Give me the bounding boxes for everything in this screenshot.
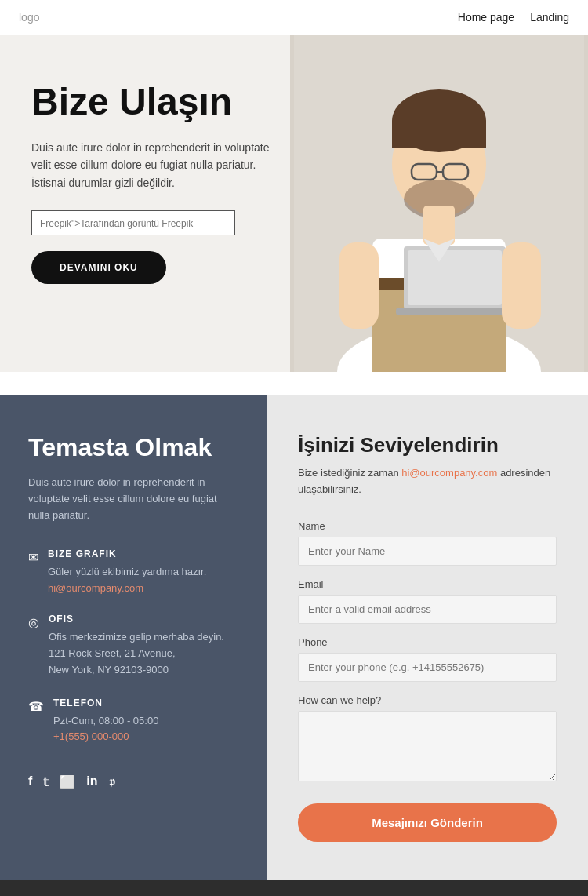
logo: logo [19,11,39,24]
contact-grafik-title: BIZE GRAFIK [48,548,206,559]
footer: Пример текста. Кликните, чтобы выбрать э… [0,880,588,896]
svg-rect-17 [423,206,455,245]
svg-rect-15 [339,242,379,329]
contact-phone-link[interactable]: +1(555) 000-000 [53,730,129,742]
contact-left-panel: Temasta Olmak Duis aute irure dolor in r… [0,395,267,880]
phone-icon: ☎ [28,699,44,714]
nav-links: Home page Landing [458,11,569,24]
hero-content: Bize Ulaşın Duis aute irure dolor in rep… [0,35,314,331]
contact-left-title: Temasta Olmak [28,433,238,462]
nav-landing[interactable]: Landing [530,11,569,24]
hero-description: Duis aute irure dolor in reprehenderit i… [31,139,282,191]
svg-rect-7 [392,121,486,148]
contact-right-form-panel: İşinizi Seviyelendirin Bize istediğiniz … [267,395,588,880]
contact-item-email: ✉ BIZE GRAFIK Güler yüzlü ekibimiz yardı… [28,548,238,595]
hero-section: Bize Ulaşın Duis aute irure dolor in rep… [0,35,588,372]
contact-item-office: ◎ OFIS Ofis merkezimize gelip merhaba de… [28,614,238,678]
location-icon: ◎ [28,615,39,630]
svg-rect-16 [502,242,541,329]
hero-input-wrap[interactable] [31,210,235,235]
form-title: İşinizi Seviyelendirin [298,433,557,457]
pinterest-icon[interactable]: 𝖕 [109,774,115,789]
name-label: Name [298,520,557,532]
form-subtitle-link[interactable]: hi@ourcompany.com [401,467,497,479]
facebook-icon[interactable]: f [28,774,32,789]
svg-rect-14 [396,308,514,315]
email-icon: ✉ [28,550,38,565]
contact-phone-title: TELEFON [53,697,158,708]
contact-left-desc: Duis aute irure dolor in reprehenderit i… [28,475,238,523]
message-textarea[interactable] [298,711,557,781]
contact-phone-hours: Pzt-Cum, 08:00 - 05:00 [53,713,158,730]
phone-input[interactable] [298,653,557,682]
contact-section: Temasta Olmak Duis aute irure dolor in r… [0,395,588,880]
contact-office-title: OFIS [49,614,224,625]
hero-cta-button[interactable]: DEVAMINI OKU [31,251,166,284]
form-subtitle: Bize istediğiniz zaman hi@ourcompany.com… [298,465,557,498]
linkedin-icon[interactable]: in [86,774,97,789]
contact-form: Name Email Phone How can we help? Mesajı… [298,520,557,842]
nav-home[interactable]: Home page [458,11,514,24]
submit-button[interactable]: Mesajınızı Gönderin [298,803,557,842]
hero-input[interactable] [40,218,227,229]
message-label: How can we help? [298,694,557,706]
form-subtitle-text: Bize istediğiniz zaman [298,467,401,479]
hero-person-image [290,35,588,372]
contact-item-phone: ☎ TELEFON Pzt-Cum, 08:00 - 05:00 +1(555)… [28,697,238,744]
svg-rect-13 [408,250,502,305]
email-field-group: Email [298,578,557,624]
email-input[interactable] [298,595,557,624]
contact-grafik-link[interactable]: hi@ourcompany.com [48,582,143,594]
phone-field-group: Phone [298,636,557,682]
phone-label: Phone [298,636,557,648]
name-field-group: Name [298,520,557,566]
contact-office-body: Ofis merkezimize gelip merhaba deyin. 12… [49,629,224,678]
hero-title: Bize Ulaşın [31,82,282,123]
twitter-icon[interactable]: 𝕥 [43,774,49,789]
navbar: logo Home page Landing [0,0,588,35]
message-field-group: How can we help? [298,694,557,785]
social-icons-row: f 𝕥 ⬜ in 𝖕 [28,774,238,789]
name-input[interactable] [298,537,557,566]
email-label: Email [298,578,557,590]
contact-grafik-body: Güler yüzlü ekibimiz yardıma hazır. [48,564,206,581]
instagram-icon[interactable]: ⬜ [60,774,75,789]
